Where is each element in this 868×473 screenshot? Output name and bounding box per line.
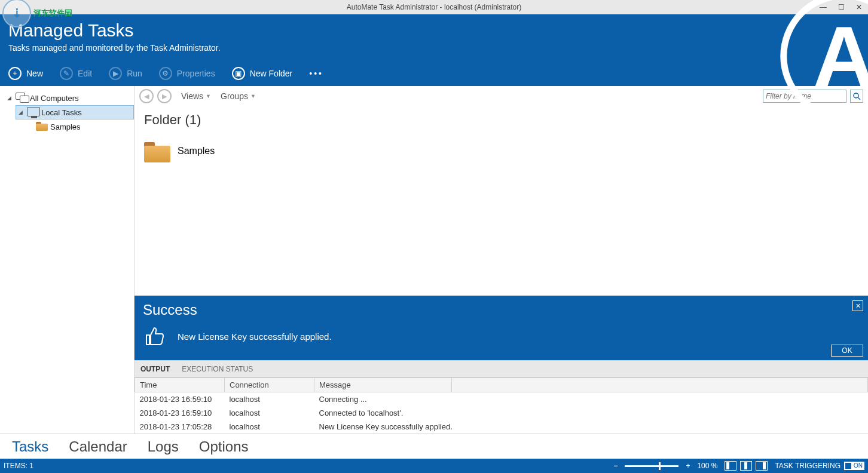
col-message[interactable]: Message	[314, 378, 452, 392]
zoom-slider[interactable]	[625, 465, 678, 467]
folder-icon	[144, 140, 170, 162]
chevron-down-icon: ▼	[250, 93, 256, 99]
views-menu[interactable]: Views▼	[181, 91, 211, 101]
status-items: ITEMS: 1	[4, 462, 33, 470]
output-grid: Time Connection Message 2018-01-23 16:59…	[135, 377, 868, 434]
folder-plus-icon: ▣	[232, 67, 245, 80]
app-logo-icon: A	[778, 0, 868, 110]
properties-button[interactable]: ⚙Properties	[159, 67, 215, 80]
tree-local-tasks[interactable]: ◢ Local Tasks	[16, 105, 134, 119]
banner-close-button[interactable]: ✕	[852, 300, 863, 311]
watermark-logo-icon: ⇣	[2, 0, 31, 27]
banner-ok-button[interactable]: OK	[831, 345, 863, 357]
success-banner: Success ✕ New License Key successfully a…	[135, 296, 868, 360]
nav-logs[interactable]: Logs	[148, 438, 179, 455]
tree-samples[interactable]: Samples	[33, 119, 134, 134]
status-bar: ITEMS: 1 − + 100 % TASK TRIGGERING ON	[0, 459, 868, 473]
more-button[interactable]: •••	[309, 69, 323, 78]
new-button[interactable]: +New	[8, 67, 43, 80]
banner-message: New License Key successfully applied.	[178, 331, 332, 342]
tree-all-computers[interactable]: ◢ All Computers	[5, 91, 134, 105]
page-title: Managed Tasks	[8, 20, 860, 41]
play-icon: ▶	[109, 67, 122, 80]
zoom-in-icon[interactable]: +	[686, 462, 690, 470]
tab-output[interactable]: OUTPUT	[140, 365, 170, 373]
svg-text:A: A	[813, 9, 868, 104]
output-row[interactable]: 2018-01-23 17:05:28localhostNew License …	[135, 420, 868, 434]
folder-item-samples[interactable]: Samples	[144, 140, 858, 162]
output-row[interactable]: 2018-01-23 16:59:10localhostConnecting .…	[135, 392, 868, 407]
watermark-text: 河东软件园	[33, 8, 72, 19]
layout-button-1[interactable]	[725, 461, 736, 471]
zoom-out-icon[interactable]: −	[613, 462, 618, 470]
task-triggering-label: TASK TRIGGERING	[775, 462, 841, 470]
watermark: ⇣ 河东软件园	[2, 0, 72, 27]
col-connection[interactable]: Connection	[225, 378, 314, 392]
collapse-icon[interactable]: ◢	[19, 109, 25, 115]
tab-execution-status[interactable]: EXECUTION STATUS	[182, 365, 253, 373]
folder-icon	[36, 121, 48, 132]
nav-tasks[interactable]: Tasks	[12, 438, 48, 455]
run-button[interactable]: ▶Run	[109, 67, 142, 80]
thumbs-up-icon	[143, 324, 167, 348]
nav-options[interactable]: Options	[199, 438, 249, 455]
folder-label: Samples	[178, 146, 215, 156]
computer-icon	[27, 107, 39, 118]
chevron-down-icon: ▼	[206, 93, 211, 99]
page-subtitle: Tasks managed and monitored by the Task …	[8, 43, 860, 53]
forward-button[interactable]: ▶	[157, 89, 172, 103]
gear-icon: ⚙	[159, 67, 172, 80]
banner-title: Success	[143, 302, 860, 318]
content-toolbar: ◀ ▶ Views▼ Groups▼	[135, 86, 868, 106]
output-row[interactable]: 2018-01-23 16:59:10localhostConnected to…	[135, 406, 868, 420]
layout-button-2[interactable]	[740, 461, 752, 471]
bottom-nav: Tasks Calendar Logs Options	[0, 434, 868, 459]
zoom-control[interactable]: − + 100 %	[613, 462, 717, 470]
col-time[interactable]: Time	[135, 378, 225, 392]
zoom-value: 100 %	[697, 462, 717, 470]
content-heading: Folder (1)	[144, 112, 858, 128]
output-tabs: OUTPUT EXECUTION STATUS	[135, 360, 868, 377]
plus-icon: +	[8, 67, 22, 80]
collapse-icon[interactable]: ◢	[7, 95, 13, 101]
toolbar: +New ✎Edit ▶Run ⚙Properties ▣New Folder …	[8, 67, 323, 80]
computers-icon	[16, 93, 27, 103]
col-blank	[452, 378, 868, 392]
edit-button[interactable]: ✎Edit	[60, 67, 92, 80]
window-title: AutoMate Task Administrator - localhost …	[347, 3, 522, 11]
task-triggering-toggle[interactable]: ON	[844, 462, 864, 470]
back-button[interactable]: ◀	[139, 89, 154, 103]
nav-calendar[interactable]: Calendar	[69, 438, 127, 455]
header: Managed Tasks Tasks managed and monitore…	[0, 14, 868, 86]
new-folder-button[interactable]: ▣New Folder	[232, 67, 293, 80]
pencil-icon: ✎	[60, 67, 73, 80]
titlebar: ⇣ 河东软件园 AutoMate Task Administrator - lo…	[0, 0, 868, 14]
tree-panel: ◢ All Computers ◢ Local Tasks Samples	[0, 86, 135, 434]
groups-menu[interactable]: Groups▼	[221, 91, 256, 101]
content-area: Folder (1) Samples	[135, 106, 868, 296]
layout-button-3[interactable]	[756, 461, 768, 471]
